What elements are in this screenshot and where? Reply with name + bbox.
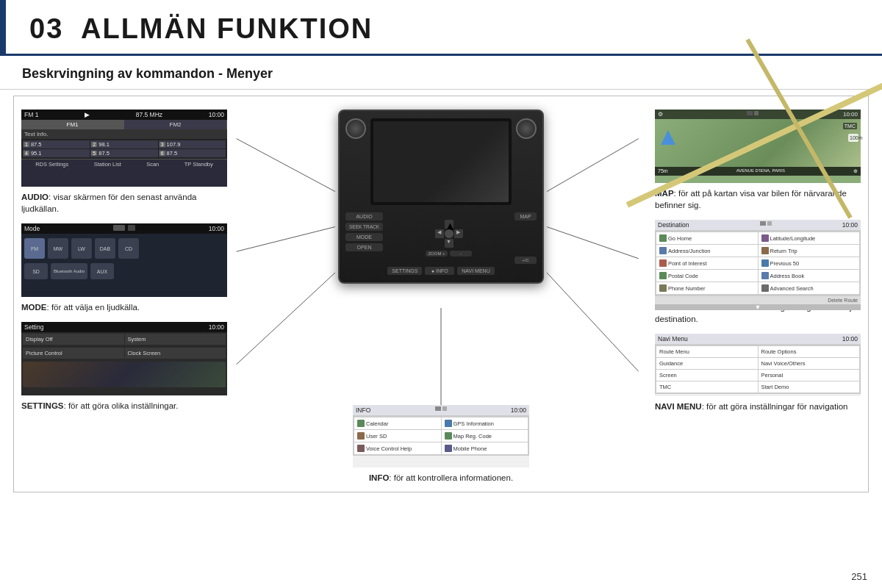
diagram-grid: FM 1 ▶ 87.5 MHz 10:00 FM1 FM2 Text Info.… bbox=[21, 110, 861, 427]
info-voice-control: Voice Control Help bbox=[354, 442, 441, 454]
device-display bbox=[373, 121, 509, 202]
destination-block: Destination 10:00 Go Home Latitude/Longi… bbox=[655, 220, 861, 325]
mode-icon-cd: CD bbox=[118, 238, 139, 259]
audio-bottom-bar: RDS Settings Station List Scan TP Standb… bbox=[21, 159, 227, 169]
navi-voice-others: Navi Voice/Others bbox=[759, 358, 860, 369]
mode-block: Mode 10:00 FM MW LW DAB CD bbox=[21, 223, 227, 313]
map-zoom-indicator: 100m bbox=[848, 134, 858, 142]
mode-bottom-row: SD Bluetooth Audio AUX bbox=[21, 262, 227, 282]
settings-screen: Setting 10:00 Display Off System Picture… bbox=[21, 322, 227, 395]
dest-grid: Go Home Latitude/Longitude Address/Junct… bbox=[655, 231, 861, 295]
mode-icon-aux: AUX bbox=[90, 263, 114, 279]
nav-down[interactable]: ▼ bbox=[445, 239, 453, 248]
dest-top-bar: Destination 10:00 bbox=[655, 220, 861, 231]
zoom-minus-button[interactable]: - bbox=[450, 251, 472, 257]
navi-menu-bottom-button[interactable]: NAVI MENU bbox=[457, 267, 494, 275]
mode-screen: Mode 10:00 FM MW LW DAB CD bbox=[21, 223, 227, 297]
navi-route-menu: Route Menu bbox=[656, 346, 758, 357]
audio-block: FM 1 ▶ 87.5 MHz 10:00 FM1 FM2 Text Info.… bbox=[21, 110, 227, 215]
navi-personal: Personal bbox=[759, 370, 860, 381]
plus-fc-button[interactable]: +/C bbox=[514, 257, 537, 264]
nav-cross: ▲ ◀ ▶ ▼ bbox=[435, 220, 463, 248]
settings-block: Setting 10:00 Display Off System Picture… bbox=[21, 322, 227, 412]
page-title: 03 ALLMÄN FUNKTION bbox=[22, 13, 860, 45]
page-number: 251 bbox=[851, 571, 867, 582]
dest-poi: Point of Interest bbox=[656, 257, 758, 269]
settings-top-bar: Setting 10:00 bbox=[21, 322, 227, 332]
navi-grid: Route Menu Route Options Guidance Navi V… bbox=[655, 345, 861, 394]
info-bottom-section: INFO 10:00 Calendar GPS Information User… bbox=[21, 405, 861, 484]
map-image: TMC 100m bbox=[655, 119, 861, 167]
destination-screen: Destination 10:00 Go Home Latitude/Longi… bbox=[655, 220, 861, 297]
map-block: ⚙ 10:00 TMC 100m 75m AVENUE D'IENA, PARI… bbox=[655, 110, 861, 211]
map-button[interactable]: MAP bbox=[514, 212, 537, 220]
navi-route-options: Route Options bbox=[759, 346, 860, 357]
map-caption: MAP: för att på kartan visa var bilen fö… bbox=[655, 187, 861, 211]
mode-button[interactable]: MODE bbox=[345, 233, 383, 241]
nav-right[interactable]: ▶ bbox=[454, 229, 463, 238]
device-body: AUDIO SEEK TRACK MODE OPEN ▲ ◀ bbox=[338, 110, 544, 284]
settings-picture-control: Picture Control bbox=[23, 348, 124, 359]
navi-screen: Screen bbox=[656, 370, 758, 381]
settings-system: System bbox=[125, 334, 226, 345]
map-screen: ⚙ 10:00 TMC 100m 75m AVENUE D'IENA, PARI… bbox=[655, 110, 861, 183]
nav-up[interactable]: ▲ bbox=[445, 220, 453, 229]
audio-top-bar: FM 1 ▶ 87.5 MHz 10:00 bbox=[21, 110, 227, 120]
info-user-sd: User SD bbox=[354, 430, 441, 442]
audio-button[interactable]: AUDIO bbox=[345, 212, 383, 220]
info-calendar: Calendar bbox=[354, 417, 441, 429]
mode-icon-bluetooth: Bluetooth Audio bbox=[51, 263, 87, 279]
settings-display-off: Display Off bbox=[23, 334, 124, 345]
settings-bottom-button[interactable]: SETTINGS bbox=[387, 267, 422, 275]
map-compass: TMC bbox=[843, 123, 857, 129]
navi-top-bar: Navi Menu 10:00 bbox=[655, 334, 861, 345]
mode-icon-dab: DAB bbox=[95, 238, 115, 259]
settings-row-2: Picture Control Clock Screen bbox=[21, 346, 227, 360]
mode-icon-fm: FM bbox=[24, 238, 45, 259]
dest-postal-code: Postal Code bbox=[656, 270, 758, 282]
audio-tab-fm1: FM1 bbox=[21, 120, 124, 129]
mode-icons-row: FM MW LW DAB CD bbox=[21, 234, 227, 262]
info-top-bar: INFO 10:00 bbox=[353, 405, 529, 416]
device-screen-area bbox=[370, 118, 512, 205]
info-caption: INFO: för att kontrollera informationen. bbox=[353, 472, 529, 484]
nav-left[interactable]: ◀ bbox=[435, 229, 444, 238]
info-gps: GPS Information bbox=[442, 417, 528, 429]
info-screen: INFO 10:00 Calendar GPS Information User… bbox=[353, 405, 529, 467]
navi-tmc: TMC bbox=[656, 381, 758, 392]
audio-freq-grid: 187.5 298.1 3107.9 495.1 587.5 687.5 bbox=[21, 139, 227, 159]
left-column: FM 1 ▶ 87.5 MHz 10:00 FM1 FM2 Text Info.… bbox=[21, 110, 227, 412]
right-column: ⚙ 10:00 TMC 100m 75m AVENUE D'IENA, PARI… bbox=[655, 110, 861, 412]
info-mobile-phone: Mobile Phone bbox=[442, 442, 528, 454]
navi-screen: Navi Menu 10:00 Route Menu Route Options… bbox=[655, 334, 861, 396]
open-button[interactable]: OPEN bbox=[345, 243, 383, 251]
info-block: INFO 10:00 Calendar GPS Information User… bbox=[353, 405, 529, 484]
center-device-area: AUDIO SEEK TRACK MODE OPEN ▲ ◀ bbox=[234, 110, 648, 284]
dest-previous-50: Previous 50 bbox=[759, 257, 860, 269]
dest-go-home: Go Home bbox=[656, 232, 758, 244]
audio-tab-fm2: FM2 bbox=[124, 120, 227, 129]
audio-screen: FM 1 ▶ 87.5 MHz 10:00 FM1 FM2 Text Info.… bbox=[21, 110, 227, 187]
mode-icon-lw: LW bbox=[71, 238, 92, 259]
dest-address-junction: Address/Junction bbox=[656, 245, 758, 257]
pwr-vol-knob[interactable] bbox=[345, 118, 366, 139]
section-subtitle: Beskrvingning av kommandon - Menyer bbox=[0, 56, 882, 90]
nav-center[interactable] bbox=[445, 229, 453, 238]
mode-icon-mw: MW bbox=[48, 238, 68, 259]
settings-row-1: Display Off System bbox=[21, 332, 227, 346]
info-bottom-button[interactable]: ● INFO bbox=[425, 267, 454, 275]
audio-caption: AUDIO: visar skärmen för den senast anvä… bbox=[21, 191, 227, 215]
audio-tabs: FM1 FM2 bbox=[21, 120, 227, 129]
settings-clock-screen: Clock Screen bbox=[125, 348, 226, 359]
dest-lat-long: Latitude/Longitude bbox=[759, 232, 860, 244]
dest-advanced-search: Advanced Search bbox=[759, 282, 860, 294]
navi-start-demo: Start Demo bbox=[759, 381, 860, 392]
push-sound-knob[interactable] bbox=[516, 118, 537, 139]
dest-bottom-arrow: ▼ bbox=[655, 304, 861, 310]
zoom-plus-button[interactable]: ZOOM + bbox=[426, 251, 448, 257]
mode-icon-sd: SD bbox=[24, 263, 48, 279]
seek-track-button[interactable]: SEEK TRACK bbox=[345, 223, 383, 231]
navi-block: Navi Menu 10:00 Route Menu Route Options… bbox=[655, 334, 861, 412]
audio-text-info: Text Info. bbox=[21, 129, 227, 139]
main-content: FM 1 ▶ 87.5 MHz 10:00 FM1 FM2 Text Info.… bbox=[13, 96, 869, 492]
